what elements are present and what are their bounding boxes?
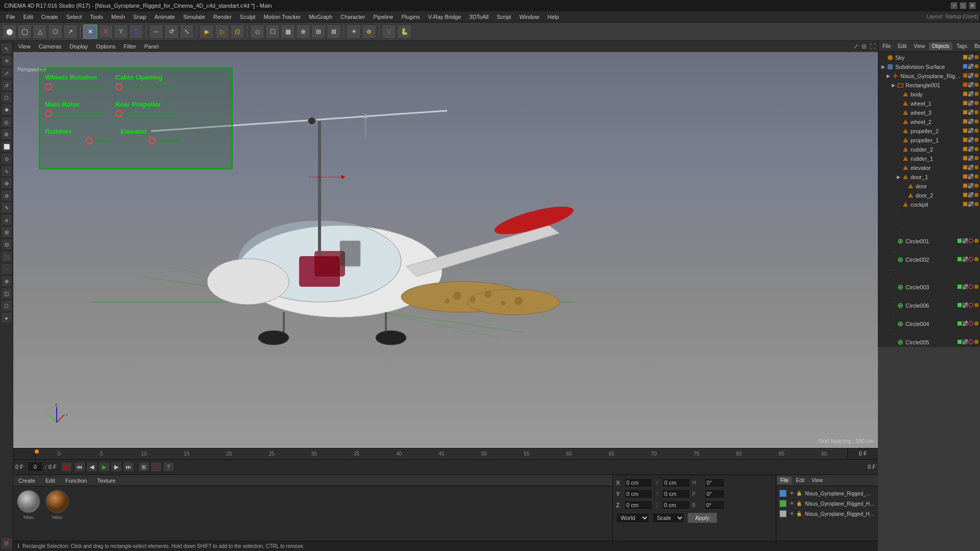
tree-vis-27[interactable]	[968, 303, 973, 309]
tree-pattern-14[interactable]	[968, 183, 973, 188]
ctrl-rotor-dot[interactable]	[45, 110, 52, 117]
p-field[interactable]	[704, 489, 725, 498]
tree-pattern-27[interactable]	[963, 303, 968, 308]
tree-arrow-1[interactable]: ▶	[881, 64, 887, 69]
lt-6[interactable]: ✱	[1, 104, 12, 115]
tree-vis-20[interactable]	[968, 238, 973, 244]
right-tab-objects[interactable]: Objects	[929, 42, 952, 50]
tree-color-1[interactable]	[963, 64, 968, 69]
tree-item-hidden-17[interactable]: ...	[879, 209, 979, 218]
tree-pattern-16[interactable]	[968, 202, 973, 207]
tb-mode-4[interactable]: ⬡	[48, 24, 62, 39]
tree-extra-4[interactable]	[974, 91, 979, 97]
vp-layout-icon[interactable]: ⊞	[862, 43, 867, 50]
tree-item-hidden-23[interactable]: ...	[879, 264, 979, 273]
tree-pattern-9[interactable]	[968, 137, 973, 142]
tb-render2[interactable]: ▷	[215, 24, 229, 39]
mat-texture[interactable]: Texture	[94, 477, 118, 484]
tree-extra-7[interactable]	[974, 119, 979, 125]
b-field[interactable]	[704, 500, 725, 510]
tree-color-16[interactable]	[963, 202, 968, 207]
tree-item-propeller1[interactable]: propeller_1	[879, 136, 979, 145]
tree-item-wheel1[interactable]: wheel_1	[879, 99, 979, 108]
lt-20[interactable]: ⊗	[1, 276, 12, 287]
tree-item-hidden-30[interactable]: ...	[879, 329, 979, 338]
coord-system-dropdown[interactable]: World Object Screen	[616, 513, 649, 523]
vp-expand-icon[interactable]: ⤢	[853, 43, 859, 50]
tree-color-15[interactable]	[963, 192, 968, 197]
tree-extra-13[interactable]	[974, 174, 979, 180]
tree-pattern-3[interactable]	[968, 82, 973, 87]
menu-v-ray-bridge[interactable]: V-Ray Bridge	[424, 13, 465, 21]
lt-16[interactable]: ⊞	[1, 227, 12, 238]
tree-pattern-22[interactable]	[963, 257, 968, 262]
z-size-field[interactable]	[662, 500, 690, 510]
menu-help[interactable]: Help	[544, 13, 564, 21]
next-frame-btn[interactable]: ⏭	[123, 462, 134, 472]
menu-edit[interactable]: Edit	[19, 13, 37, 21]
tree-render-29[interactable]	[974, 321, 979, 327]
tree-color-7[interactable]	[963, 119, 968, 124]
timeline-ruler-inner[interactable]: 051015202530354045505560657075808590	[36, 451, 847, 457]
tree-item-wheel2[interactable]: wheel_2	[879, 117, 979, 127]
record-btn[interactable]: ⏺	[61, 462, 72, 472]
menu-pipeline[interactable]: Pipeline	[369, 13, 397, 21]
tree-extra-3[interactable]	[974, 82, 979, 88]
vp-filter[interactable]: Filter	[120, 43, 139, 50]
tree-pattern-6[interactable]	[968, 110, 973, 115]
tree-arrow-2[interactable]: ▶	[887, 73, 892, 79]
tree-extra-6[interactable]	[974, 110, 979, 116]
lt-scale[interactable]: ⤢	[1, 67, 12, 79]
menu-render[interactable]: Render	[209, 13, 236, 21]
tree-pattern-0[interactable]	[968, 55, 973, 60]
ctrl-cabin-dot[interactable]	[115, 83, 122, 90]
tree-extra-0[interactable]	[974, 55, 979, 61]
tree-extra-5[interactable]	[974, 101, 979, 107]
tree-pattern-11[interactable]	[968, 156, 973, 161]
tb-mode-5[interactable]: ↗	[63, 24, 78, 39]
menu-plugins[interactable]: Plugins	[397, 13, 424, 21]
menu-mograph[interactable]: MoGraph	[305, 13, 336, 21]
tree-extra-1[interactable]	[974, 64, 979, 70]
right-tab-bookmark[interactable]: Bookmark	[971, 42, 980, 50]
right-tab-view[interactable]: View	[911, 42, 928, 50]
ctrl-elevator-dot[interactable]	[149, 137, 156, 144]
tree-extra-12[interactable]	[974, 165, 979, 171]
tb-select[interactable]: ✕	[83, 24, 97, 39]
tree-pattern-12[interactable]	[968, 165, 973, 170]
lt-12[interactable]: ⊕	[1, 178, 12, 189]
tree-color-11[interactable]	[963, 156, 968, 161]
x-pos-field[interactable]	[624, 478, 652, 487]
tree-arrow-3[interactable]: ▶	[892, 83, 897, 88]
tree-item-elevator[interactable]: elevator	[879, 163, 979, 172]
y-size-field[interactable]	[662, 489, 690, 498]
tree-vis-25[interactable]	[968, 284, 973, 290]
tree-extra-9[interactable]	[974, 137, 979, 143]
br-icon-eye-2[interactable]: 👁	[789, 500, 795, 507]
tree-item-circle001[interactable]: Circle001	[879, 237, 979, 246]
tree-item-circle002[interactable]: Circle002	[879, 255, 979, 264]
br-tab-edit[interactable]: Edit	[793, 477, 807, 484]
tree-extra-14[interactable]	[974, 183, 979, 189]
br-icon-eye-1[interactable]: 👁	[789, 490, 795, 496]
menu-window[interactable]: Window	[515, 13, 543, 21]
tree-pattern-31[interactable]	[963, 339, 968, 344]
tree-pattern-7[interactable]	[968, 119, 973, 124]
br-icon-lock-3[interactable]: 🔒	[796, 511, 802, 517]
tree-color-3[interactable]	[963, 82, 968, 87]
tree-render-22[interactable]	[974, 257, 979, 263]
menu-select[interactable]: Select	[62, 13, 86, 21]
tb-move[interactable]: ↔	[149, 24, 163, 39]
lt-8[interactable]: ⚙	[1, 129, 12, 140]
tree-render-25[interactable]	[974, 284, 979, 290]
vp-panel[interactable]: Panel	[141, 43, 162, 50]
lt-11[interactable]: ∿	[1, 165, 12, 177]
tree-pattern-20[interactable]	[963, 238, 968, 243]
transform-mode-dropdown[interactable]: Scale Move Rotate	[652, 513, 684, 523]
tree-item-circle006[interactable]: Circle006	[879, 301, 979, 310]
br-tab-view[interactable]: View	[808, 477, 826, 484]
tree-render-31[interactable]	[974, 339, 979, 345]
tree-extra-11[interactable]	[974, 156, 979, 162]
right-tab-file[interactable]: File	[879, 42, 894, 50]
tree-item-wheel3[interactable]: wheel_3	[879, 108, 979, 117]
